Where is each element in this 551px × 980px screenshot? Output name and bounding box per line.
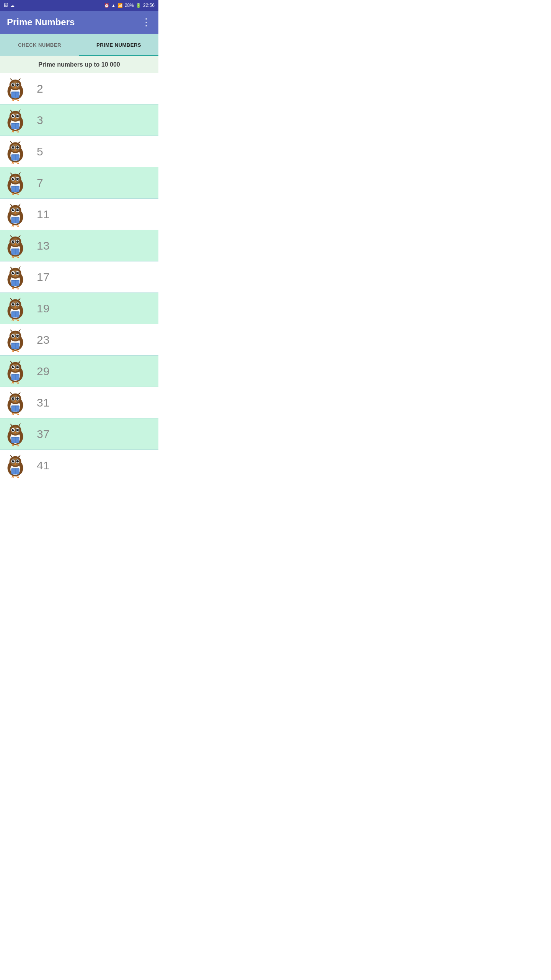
svg-line-84	[18, 193, 19, 195]
prime-list: 2	[0, 73, 158, 481]
status-bar: 🖼 ☁ ⏰ ▲ 📶 28% 🔋 22:56	[0, 0, 158, 11]
svg-line-15	[12, 99, 13, 101]
svg-rect-109	[11, 217, 19, 218]
svg-line-16	[13, 99, 14, 101]
svg-marker-138	[18, 266, 21, 268]
svg-point-254	[13, 429, 14, 430]
svg-marker-93	[10, 203, 12, 206]
owl-icon	[0, 357, 31, 385]
svg-point-211	[18, 366, 18, 367]
tab-check-number[interactable]: CHECK NUMBER	[0, 34, 79, 56]
svg-point-101	[18, 209, 18, 210]
svg-point-165	[16, 303, 19, 305]
list-item: 11	[0, 199, 158, 230]
svg-rect-21	[11, 91, 19, 92]
svg-marker-94	[18, 203, 21, 206]
owl-icon	[0, 451, 31, 480]
svg-line-148	[13, 287, 14, 289]
svg-marker-270	[18, 454, 21, 457]
svg-line-104	[13, 225, 14, 226]
svg-point-230	[12, 397, 14, 399]
svg-line-258	[13, 444, 14, 446]
owl-icon	[0, 388, 31, 417]
svg-point-56	[13, 146, 14, 147]
owl-icon	[0, 74, 31, 103]
svg-marker-182	[18, 329, 21, 331]
svg-marker-49	[10, 140, 12, 143]
svg-rect-241	[11, 405, 19, 406]
svg-point-189	[18, 335, 18, 335]
svg-marker-116	[18, 235, 21, 237]
prime-number-value: 3	[31, 114, 43, 127]
owl-icon	[0, 263, 31, 291]
svg-marker-72	[18, 172, 21, 174]
svg-marker-50	[18, 140, 21, 143]
svg-point-35	[18, 115, 18, 116]
list-item: 3	[0, 105, 158, 136]
svg-point-143	[16, 271, 19, 274]
overflow-menu-button[interactable]: ⋮	[141, 16, 152, 28]
svg-rect-43	[11, 123, 19, 124]
svg-line-260	[18, 444, 19, 446]
svg-point-252	[12, 428, 14, 431]
svg-rect-65	[11, 154, 19, 155]
svg-rect-131	[11, 248, 19, 249]
svg-point-166	[13, 303, 14, 304]
svg-rect-87	[11, 186, 19, 186]
svg-point-55	[16, 146, 19, 148]
svg-marker-137	[10, 266, 12, 268]
svg-point-34	[13, 115, 14, 116]
svg-line-18	[18, 99, 19, 101]
svg-line-126	[13, 256, 14, 258]
svg-point-77	[16, 177, 19, 180]
svg-rect-263	[11, 437, 19, 438]
svg-line-235	[12, 413, 13, 415]
list-item: 7	[0, 167, 158, 199]
svg-marker-181	[10, 329, 12, 331]
tab-prime-numbers[interactable]: PRIME NUMBERS	[79, 34, 158, 56]
prime-number-value: 7	[31, 176, 43, 189]
svg-point-98	[12, 209, 14, 211]
svg-marker-204	[18, 360, 21, 363]
svg-rect-197	[11, 343, 19, 343]
svg-point-78	[13, 178, 14, 178]
svg-point-99	[16, 209, 19, 211]
svg-point-11	[16, 83, 19, 85]
svg-point-187	[16, 334, 19, 336]
svg-point-12	[13, 83, 14, 84]
svg-marker-269	[10, 454, 12, 457]
svg-point-123	[18, 240, 18, 241]
svg-point-33	[16, 114, 19, 117]
prime-number-value: 2	[31, 82, 43, 95]
svg-marker-248	[18, 423, 21, 425]
svg-line-38	[13, 131, 14, 132]
prime-number-value: 17	[31, 271, 49, 284]
svg-point-275	[16, 460, 19, 462]
owl-icon	[0, 231, 31, 260]
svg-marker-27	[10, 109, 12, 111]
svg-point-255	[18, 429, 18, 430]
svg-marker-6	[18, 78, 21, 80]
svg-point-210	[13, 366, 14, 367]
svg-marker-160	[18, 297, 21, 300]
tab-bar: CHECK NUMBER PRIME NUMBERS	[0, 34, 158, 56]
svg-line-194	[18, 350, 19, 352]
svg-line-213	[12, 381, 13, 383]
svg-rect-219	[11, 374, 19, 375]
svg-point-122	[13, 240, 14, 241]
svg-marker-5	[10, 78, 12, 80]
svg-line-172	[18, 319, 19, 320]
svg-marker-226	[18, 392, 21, 394]
svg-line-191	[12, 350, 13, 352]
svg-point-144	[13, 272, 14, 273]
svg-point-142	[12, 271, 14, 274]
list-item: 31	[0, 387, 158, 418]
svg-line-192	[13, 350, 14, 352]
svg-line-147	[12, 287, 13, 289]
owl-icon	[0, 200, 31, 229]
svg-point-164	[12, 303, 14, 305]
prime-number-value: 37	[31, 428, 49, 441]
svg-rect-153	[11, 280, 19, 281]
svg-point-232	[13, 397, 14, 398]
svg-point-274	[12, 460, 14, 462]
